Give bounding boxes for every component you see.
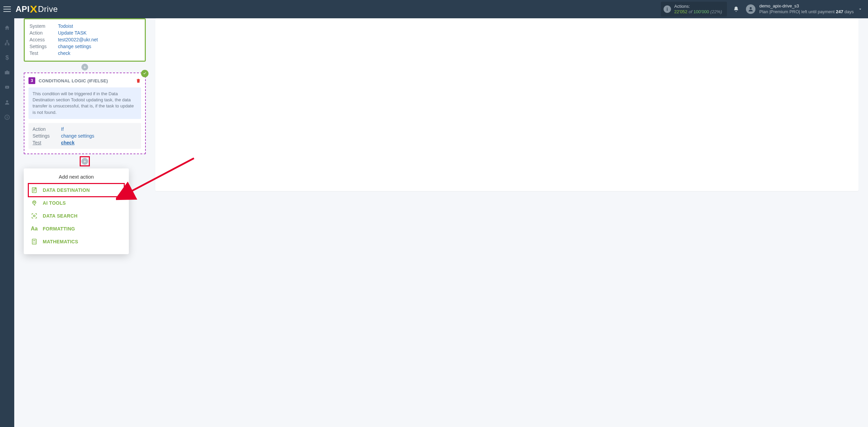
- dropdown-title: Add next action: [28, 174, 124, 180]
- setting-value-link[interactable]: Update TASK: [58, 30, 86, 36]
- setting-key: Action: [33, 126, 61, 132]
- username: demo_apix-drive_s3: [760, 3, 854, 9]
- nav-help-icon[interactable]: ?: [4, 114, 11, 121]
- setting-key: Test: [33, 140, 61, 145]
- nav-home-icon[interactable]: [4, 24, 11, 31]
- user-menu[interactable]: demo_apix-drive_s3 Plan |Premium PRO| le…: [746, 3, 865, 15]
- action-option-label: DATA SEARCH: [43, 213, 78, 219]
- brand-drive: Drive: [38, 4, 58, 14]
- aa-icon: Aa: [31, 225, 38, 232]
- actions-total: 100'000: [693, 9, 709, 14]
- cond-setting-row: Settingschange settings: [33, 133, 137, 139]
- actions-pct: (22%): [710, 9, 722, 14]
- add-next-action-block: + Add next action DATA DESTINATIONAI TOO…: [24, 156, 146, 254]
- actions-usage-pill[interactable]: i Actions: 22'052 of 100'000 (22%): [661, 2, 727, 16]
- setting-key: Settings: [29, 44, 58, 49]
- action-option-formatting[interactable]: AaFORMATTING: [28, 222, 124, 235]
- conditional-settings: ActionIfSettingschange settingsTestcheck: [28, 123, 141, 149]
- step-setting-row: SystemTodoist: [29, 23, 140, 29]
- top-header: API X Drive i Actions: 22'052 of 100'000…: [0, 0, 868, 18]
- user-text: demo_apix-drive_s3 Plan |Premium PRO| le…: [760, 3, 854, 15]
- step-setting-row: ActionUpdate TASK: [29, 29, 140, 36]
- scan-icon: [31, 212, 38, 220]
- info-icon: i: [664, 5, 671, 13]
- setting-value-link[interactable]: check: [58, 50, 71, 56]
- setting-key: System: [29, 23, 58, 29]
- page-content: SystemTodoistActionUpdate TASKAccesstest…: [14, 18, 868, 427]
- setting-value-link[interactable]: check: [61, 140, 75, 145]
- step-setting-row: Testcheck: [29, 50, 140, 57]
- nav-billing-icon[interactable]: $: [4, 54, 11, 61]
- actions-used: 22'052: [674, 9, 688, 14]
- action-option-label: DATA DESTINATION: [43, 187, 90, 193]
- cond-setting-row: ActionIf: [33, 126, 137, 133]
- calc-icon: [31, 238, 38, 245]
- action-option-label: FORMATTING: [43, 226, 75, 231]
- actions-usage-text: Actions: 22'052 of 100'000 (22%): [674, 4, 722, 14]
- left-nav-rail: $ ?: [0, 18, 14, 427]
- doc-icon: [31, 186, 38, 194]
- add-step-between-button[interactable]: +: [81, 64, 88, 70]
- step-card-destination: SystemTodoistActionUpdate TASKAccesstest…: [24, 18, 146, 62]
- nav-user-icon[interactable]: [4, 99, 11, 106]
- svg-point-0: [750, 7, 752, 9]
- step-number-badge: 3: [28, 77, 35, 84]
- add-action-dropdown: Add next action DATA DESTINATIONAI TOOLS…: [24, 168, 129, 254]
- delete-step-icon[interactable]: [136, 78, 141, 83]
- add-next-action-button[interactable]: +: [81, 158, 88, 165]
- setting-value-link[interactable]: change settings: [61, 133, 94, 139]
- action-option-label: AI TOOLS: [43, 200, 66, 206]
- editor-panel: [155, 18, 859, 191]
- nav-youtube-icon[interactable]: [4, 84, 11, 91]
- brand-logo[interactable]: API X Drive: [16, 3, 58, 15]
- setting-key: Test: [29, 50, 58, 56]
- chevron-down-icon: [858, 7, 863, 12]
- conditional-description: This condition will be triggered if in t…: [28, 87, 141, 119]
- cond-setting-row: Testcheck: [33, 139, 137, 146]
- setting-key: Action: [29, 30, 58, 36]
- actions-of: of: [689, 9, 692, 14]
- setting-key: Access: [29, 37, 58, 42]
- action-option-label: MATHEMATICS: [43, 239, 78, 244]
- menu-toggle-icon[interactable]: [3, 6, 11, 12]
- svg-text:?: ?: [6, 116, 8, 119]
- action-option-data-destination[interactable]: DATA DESTINATION: [28, 184, 124, 197]
- brain-icon: [31, 199, 38, 207]
- action-option-ai-tools[interactable]: AI TOOLS: [28, 197, 124, 209]
- actions-label: Actions:: [674, 4, 722, 9]
- svg-point-8: [35, 202, 35, 202]
- setting-value-link[interactable]: If: [61, 126, 64, 132]
- nav-sitemap-icon[interactable]: [4, 39, 11, 46]
- nav-briefcase-icon[interactable]: [4, 69, 11, 76]
- brand-api: API: [16, 4, 30, 14]
- svg-rect-10: [32, 239, 36, 244]
- step-setting-row: Settingschange settings: [29, 43, 140, 50]
- avatar-icon: [746, 4, 755, 14]
- step-setting-row: Accesstest20022@ukr.net: [29, 36, 140, 43]
- notifications-icon[interactable]: [733, 6, 739, 12]
- annotation-highlight-plus: +: [80, 156, 90, 166]
- setting-value-link[interactable]: Todoist: [58, 23, 73, 29]
- workflow-column: SystemTodoistActionUpdate TASKAccesstest…: [24, 18, 146, 254]
- check-icon: [141, 70, 149, 77]
- action-option-data-search[interactable]: DATA SEARCH: [28, 209, 124, 222]
- setting-value-link[interactable]: change settings: [58, 44, 91, 49]
- setting-key: Settings: [33, 133, 61, 139]
- svg-point-2: [6, 100, 8, 102]
- plan-line: Plan |Premium PRO| left until payment 24…: [760, 9, 854, 15]
- conditional-title: CONDITIONAL LOGIC (IF/ELSE): [39, 78, 132, 83]
- svg-point-6: [33, 201, 36, 204]
- brand-x: X: [29, 3, 37, 15]
- svg-point-7: [34, 202, 34, 202]
- action-option-mathematics[interactable]: MATHEMATICS: [28, 235, 124, 248]
- svg-point-9: [34, 215, 35, 217]
- conditional-logic-card: 3 CONDITIONAL LOGIC (IF/ELSE) This condi…: [24, 73, 146, 154]
- setting-value-link[interactable]: test20022@ukr.net: [58, 37, 98, 42]
